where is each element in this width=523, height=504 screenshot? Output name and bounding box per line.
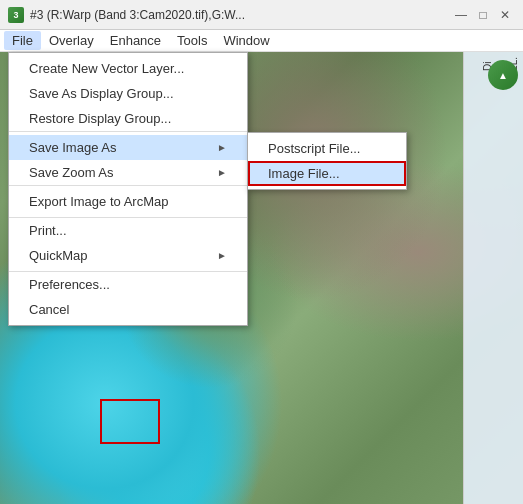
print-label: Print... [29,223,67,238]
menu-restore-display-group[interactable]: Restore Display Group... [9,106,247,132]
submenu-postscript[interactable]: Postscript File... [248,136,406,161]
cancel-label: Cancel [29,302,69,317]
restore-display-group-label: Restore Display Group... [29,111,171,126]
title-bar-left: 3 #3 (R:Warp (Band 3:Cam2020.tif),G:W... [8,7,245,23]
menu-window[interactable]: Window [215,31,277,50]
menu-quickmap[interactable]: QuickMap ► [9,243,247,268]
menu-cancel[interactable]: Cancel [9,297,247,322]
menu-tools[interactable]: Tools [169,31,215,50]
maximize-button[interactable]: □ [473,5,493,25]
submenu-image-file[interactable]: Image File... [248,161,406,186]
preferences-label: Preferences... [29,277,110,292]
selection-rectangle [100,399,160,444]
menu-print[interactable]: Print... [9,217,247,243]
app-icon: 3 [8,7,24,23]
window-controls: — □ ✕ [451,5,515,25]
save-image-as-arrow: ► [217,142,227,153]
quickmap-label: QuickMap [29,248,88,263]
export-arcmap-label: Export Image to ArcMap [29,194,168,209]
menu-save-image-as[interactable]: Save Image As ► Postscript File... Image… [9,135,247,160]
menu-save-display-group[interactable]: Save As Display Group... [9,81,247,106]
save-zoom-as-label: Save Zoom As [29,165,114,180]
minimize-button[interactable]: — [451,5,471,25]
save-display-group-label: Save As Display Group... [29,86,174,101]
title-bar: 3 #3 (R:Warp (Band 3:Cam2020.tif),G:W...… [0,0,523,30]
menu-save-zoom-as[interactable]: Save Zoom As ► [9,160,247,186]
menu-export-arcmap[interactable]: Export Image to ArcMap [9,189,247,214]
menu-file[interactable]: File [4,31,41,50]
save-image-as-label: Save Image As [29,140,116,155]
watermark-icon: ▲ [488,60,518,90]
menu-enhance[interactable]: Enhance [102,31,169,50]
file-dropdown-menu: Create New Vector Layer... Save As Displ… [8,52,248,326]
watermark: ▲ [488,60,518,90]
menu-create-vector[interactable]: Create New Vector Layer... [9,56,247,81]
quickmap-arrow: ► [217,250,227,261]
menu-bar: File Overlay Enhance Tools Window [0,30,523,52]
menu-overlay[interactable]: Overlay [41,31,102,50]
side-panel: LL.DiDi [463,52,523,504]
save-image-submenu: Postscript File... Image File... [247,132,407,190]
menu-preferences[interactable]: Preferences... [9,271,247,297]
window-title: #3 (R:Warp (Band 3:Cam2020.tif),G:W... [30,8,245,22]
create-vector-label: Create New Vector Layer... [29,61,184,76]
save-zoom-as-arrow: ► [217,167,227,178]
close-button[interactable]: ✕ [495,5,515,25]
